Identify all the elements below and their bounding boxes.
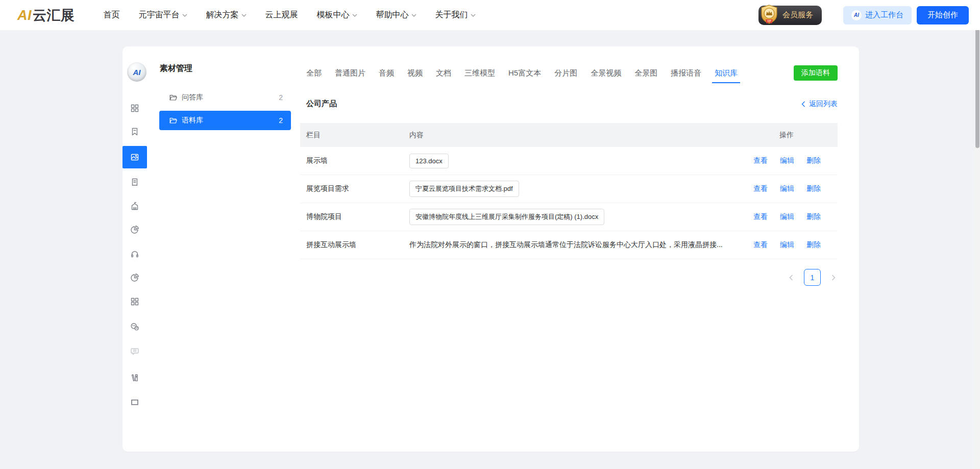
file-chip[interactable]: 123.docx	[409, 154, 449, 168]
table-row: 博物院项目安徽博物院年度线上三维展厅采集制作服务项目(定稿) (1).docx查…	[300, 203, 838, 231]
start-creating-button[interactable]: 开始创作	[917, 6, 969, 24]
tab-broadcast-voice[interactable]: 播报语音	[671, 68, 701, 78]
enter-workspace-label: 进入工作台	[865, 10, 903, 20]
file-chip[interactable]: 宁夏云展览项目技术需求文档.pdf	[409, 181, 519, 197]
action-view[interactable]: 查看	[753, 212, 768, 221]
table-body: 展示墙123.docx查看编辑删除展览项目需求宁夏云展览项目技术需求文档.pdf…	[300, 147, 838, 259]
enter-workspace-button[interactable]: AI 进入工作台	[843, 6, 912, 24]
chevron-left-icon	[801, 101, 805, 107]
action-view[interactable]: 查看	[753, 156, 768, 165]
museum-icon[interactable]	[130, 201, 140, 211]
cell-category: 展示墙	[300, 156, 403, 165]
grid-icon[interactable]	[130, 297, 140, 307]
member-service-label: 会员服务	[782, 10, 813, 20]
tab-document[interactable]: 文档	[436, 68, 451, 78]
receipt-icon[interactable]	[130, 177, 140, 187]
page-scrollbar[interactable]	[975, 0, 980, 469]
app-logo[interactable]: AI 云汇展	[17, 6, 75, 24]
action-edit[interactable]: 编辑	[780, 184, 794, 193]
action-delete[interactable]: 删除	[806, 156, 821, 165]
comment-icon[interactable]	[130, 346, 140, 356]
folder-item-corpus-library[interactable]: 语料库2	[159, 111, 291, 130]
chevron-down-icon	[411, 14, 416, 17]
nav-item-label: 模板中心	[317, 10, 350, 20]
nav-item-help-center[interactable]: 帮助中心	[376, 10, 416, 20]
back-to-list-label: 返回列表	[809, 100, 838, 109]
tab-panorama[interactable]: 全景图	[634, 68, 657, 78]
tab-knowledge-base[interactable]: 知识库	[715, 68, 738, 78]
table-row: 展览项目需求宁夏云展览项目技术需求文档.pdf查看编辑删除	[300, 175, 838, 203]
workspace-logo-icon: AI	[851, 10, 862, 20]
table-row: 展示墙123.docx查看编辑删除	[300, 147, 838, 175]
action-view[interactable]: 查看	[753, 240, 768, 250]
section-header: 公司产品 返回列表	[306, 99, 838, 109]
folder-icon	[169, 116, 177, 125]
action-delete[interactable]: 删除	[806, 184, 821, 193]
cell-category: 博物院项目	[300, 212, 403, 221]
nav-item-cloud-exhibition[interactable]: 云上观展	[265, 10, 298, 20]
tab-video[interactable]: 视频	[407, 68, 423, 78]
prev-page-button[interactable]	[788, 274, 794, 281]
back-to-list-link[interactable]: 返回列表	[801, 100, 838, 109]
nav-item-template-center[interactable]: 模板中心	[317, 10, 357, 20]
add-corpus-label: 添加语料	[801, 68, 830, 78]
start-creating-label: 开始创作	[927, 10, 958, 20]
action-view[interactable]: 查看	[753, 184, 768, 193]
nav-right-cluster: VIP 会员服务 AI 进入工作台 开始创作	[758, 6, 969, 25]
chevron-down-icon	[471, 14, 476, 17]
nav-item-metaverse-platform[interactable]: 元宇宙平台	[139, 10, 187, 20]
folder-label: 语料库	[182, 116, 203, 125]
nav-item-label: 解决方案	[206, 10, 239, 20]
nav-item-label: 帮助中心	[376, 10, 409, 20]
cell-content: 123.docx	[403, 154, 736, 168]
action-edit[interactable]: 编辑	[780, 212, 794, 221]
table-header: 栏目 内容 操作	[300, 123, 838, 147]
tab-audio[interactable]: 音频	[379, 68, 394, 78]
pie-chart-icon[interactable]	[130, 225, 140, 235]
icon-rail	[122, 46, 147, 452]
action-edit[interactable]: 编辑	[780, 156, 794, 165]
action-delete[interactable]: 删除	[806, 240, 821, 250]
nav-item-home[interactable]: 首页	[104, 10, 120, 20]
nav-item-about-us[interactable]: 关于我们	[435, 10, 476, 20]
chat-faces-icon[interactable]	[130, 322, 140, 332]
nav-item-solutions[interactable]: 解决方案	[206, 10, 247, 20]
pie-chart-icon[interactable]	[130, 273, 140, 283]
chevron-down-icon	[182, 14, 187, 17]
tab-all[interactable]: 全部	[306, 68, 322, 78]
folder-item-qa-library[interactable]: 问答库2	[159, 88, 291, 107]
member-service-badge[interactable]: VIP 会员服务	[758, 6, 822, 25]
headphones-icon[interactable]	[130, 249, 140, 259]
main-menu: 首页元宇宙平台解决方案云上观展模板中心帮助中心关于我们	[104, 10, 476, 20]
vip-shield-icon: VIP	[760, 4, 778, 26]
tab-h5-richtext[interactable]: H5富文本	[508, 68, 541, 78]
cell-category: 展览项目需求	[300, 184, 403, 193]
svg-text:VIP: VIP	[767, 19, 772, 22]
grid-icon[interactable]	[130, 103, 140, 113]
action-delete[interactable]: 删除	[806, 212, 821, 221]
logo-ai-text: AI	[17, 8, 32, 23]
add-corpus-button[interactable]: 添加语料	[794, 65, 838, 81]
cell-content: 宁夏云展览项目技术需求文档.pdf	[403, 181, 736, 197]
window-icon[interactable]	[130, 397, 140, 407]
tab-pano-video[interactable]: 全景视频	[591, 68, 621, 78]
next-page-button[interactable]	[830, 274, 837, 281]
tab-model-3d[interactable]: 三维模型	[464, 68, 495, 78]
bookmark-icon[interactable]	[130, 127, 140, 137]
folder-count: 2	[279, 93, 283, 102]
cell-content: 安徽博物院年度线上三维展厅采集制作服务项目(定稿) (1).docx	[403, 209, 736, 225]
nav-item-label: 元宇宙平台	[139, 10, 180, 20]
action-edit[interactable]: 编辑	[780, 240, 794, 250]
column-header-content: 内容	[403, 131, 736, 140]
folder-tree: 问答库2语料库2	[159, 88, 291, 134]
tab-sliced-image[interactable]: 分片图	[554, 68, 577, 78]
corpus-table: 栏目 内容 操作 展示墙123.docx查看编辑删除展览项目需求宁夏云展览项目技…	[300, 123, 838, 259]
page-number-current[interactable]: 1	[804, 269, 821, 286]
tab-normal-image[interactable]: 普通图片	[335, 68, 365, 78]
nav-item-label: 首页	[104, 10, 120, 20]
books-icon[interactable]	[130, 373, 140, 383]
file-chip[interactable]: 安徽博物院年度线上三维展厅采集制作服务项目(定稿) (1).docx	[409, 209, 604, 225]
cell-operations: 查看编辑删除	[736, 156, 838, 165]
table-row: 拼接互动展示墙作为法院对外展示的窗口，拼接互动展示墙通常位于法院诉讼服务中心大厅…	[300, 231, 838, 259]
image-icon[interactable]	[122, 146, 147, 168]
